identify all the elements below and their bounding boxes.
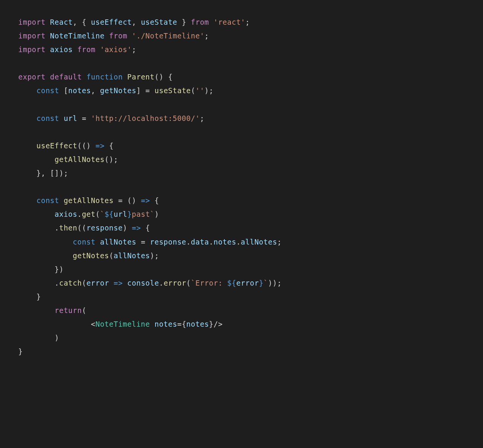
indent xyxy=(18,238,73,246)
arrow: => xyxy=(91,141,109,150)
url-string: 'http://localhost:5000/' xyxy=(91,114,200,122)
jsx-close: /> xyxy=(213,320,222,328)
allNotes-var: allNotes xyxy=(95,238,141,246)
code-line-24: ) xyxy=(18,331,465,345)
semi: ; xyxy=(154,251,159,260)
lbrace: { xyxy=(77,18,91,26)
url-var: url xyxy=(59,114,82,122)
lparen2: ( xyxy=(186,279,191,287)
notes-attr: notes xyxy=(154,320,177,328)
rbrace: } xyxy=(18,347,23,356)
notes-var: notes xyxy=(68,86,91,95)
url-ref: url xyxy=(114,210,127,218)
rbrace: } xyxy=(209,320,214,328)
code-line-25: } xyxy=(18,345,465,358)
lparen: ( xyxy=(95,210,100,218)
equals: = xyxy=(118,196,127,205)
dot: . xyxy=(55,279,59,287)
rparen2: ) xyxy=(123,224,127,232)
indent xyxy=(18,141,37,150)
lparen2: ( xyxy=(82,224,86,232)
const-keyword: const xyxy=(37,114,59,122)
code-editor[interactable]: import React, { useEffect, useState } fr… xyxy=(18,15,465,358)
indent xyxy=(18,114,37,122)
path-string: './NoteTimeline' xyxy=(132,32,205,40)
code-line-5: export default function Parent() { xyxy=(18,70,465,84)
const-keyword: const xyxy=(37,196,59,205)
code-line-11: getAllNotes(); xyxy=(18,153,465,166)
default-keyword: default xyxy=(50,73,82,81)
semi: ; xyxy=(209,86,214,95)
allNotes-arg: allNotes xyxy=(114,251,150,260)
semi: ; xyxy=(277,238,282,246)
from-keyword: from xyxy=(109,32,127,40)
getAllNotes-call: getAllNotes xyxy=(55,155,105,164)
console-ref: console xyxy=(127,279,159,287)
dot: . xyxy=(236,238,241,246)
equals: = xyxy=(177,320,182,328)
code-line-2: import NoteTimeline from './NoteTimeline… xyxy=(18,29,465,43)
parens: () xyxy=(82,141,91,150)
lbrace: { xyxy=(164,73,173,81)
getNotes-var: getNotes xyxy=(100,86,137,95)
parens: () xyxy=(154,73,164,81)
response-param: response xyxy=(86,224,123,232)
rbrace: } xyxy=(177,18,191,26)
rparen: ) xyxy=(150,251,154,260)
code-line-22: return( xyxy=(18,303,465,317)
code-line-13 xyxy=(18,180,465,194)
lt: < xyxy=(91,320,95,328)
data-prop: data xyxy=(191,238,209,246)
code-line-20: .catch(error => console.error(`Error: ${… xyxy=(18,276,465,290)
react-string: 'react' xyxy=(213,18,245,26)
export-keyword: export xyxy=(18,73,46,81)
rparen: ) xyxy=(59,265,64,273)
from-keyword: from xyxy=(77,45,95,54)
semi: ; xyxy=(64,169,68,177)
indent xyxy=(18,196,37,205)
rparen: ) xyxy=(55,334,59,342)
import-keyword: import xyxy=(18,45,46,54)
dot: . xyxy=(209,238,214,246)
code-line-15: axios.get(`${url}past`) xyxy=(18,207,465,221)
axios-identifier: axios xyxy=(50,45,73,54)
lbrace: { xyxy=(145,224,150,232)
comma: , xyxy=(91,86,100,95)
comma: , xyxy=(41,169,50,177)
indent xyxy=(18,320,91,328)
code-line-19: }) xyxy=(18,262,465,276)
dot: . xyxy=(159,279,164,287)
useEffect-identifier: useEffect xyxy=(91,18,132,26)
indent xyxy=(18,334,55,342)
rparen: ) xyxy=(59,169,64,177)
semi: ; xyxy=(277,279,282,287)
notes-ref: notes xyxy=(186,320,209,328)
indent xyxy=(18,265,55,273)
space xyxy=(150,320,154,328)
rbrace: } xyxy=(37,292,41,301)
lparen: ( xyxy=(82,306,86,315)
react-identifier: React xyxy=(50,18,73,26)
axios-var: axios xyxy=(55,210,78,218)
then-method: then xyxy=(59,224,77,232)
code-line-16: .then((response) => { xyxy=(18,221,465,235)
const-keyword: const xyxy=(73,238,95,246)
code-line-10: useEffect(() => { xyxy=(18,139,465,153)
parent-function: Parent xyxy=(127,73,155,81)
template-close: } xyxy=(127,210,132,218)
backtick: ` xyxy=(100,210,105,218)
indent xyxy=(18,155,55,164)
semi: ; xyxy=(205,32,209,40)
code-line-1: import React, { useEffect, useState } fr… xyxy=(18,15,465,29)
getNotes-call: getNotes xyxy=(73,251,109,260)
equals: = xyxy=(82,114,91,122)
import-keyword: import xyxy=(18,32,46,40)
semi: ; xyxy=(245,18,250,26)
error-label: Error: xyxy=(195,279,227,287)
semi: ; xyxy=(114,155,118,164)
allNotes-prop: allNotes xyxy=(241,238,277,246)
code-line-17: const allNotes = response.data.notes.all… xyxy=(18,235,465,249)
lparen: ( xyxy=(191,86,195,95)
code-line-3: import axios from 'axios'; xyxy=(18,43,465,56)
error-ref: error xyxy=(236,279,259,287)
